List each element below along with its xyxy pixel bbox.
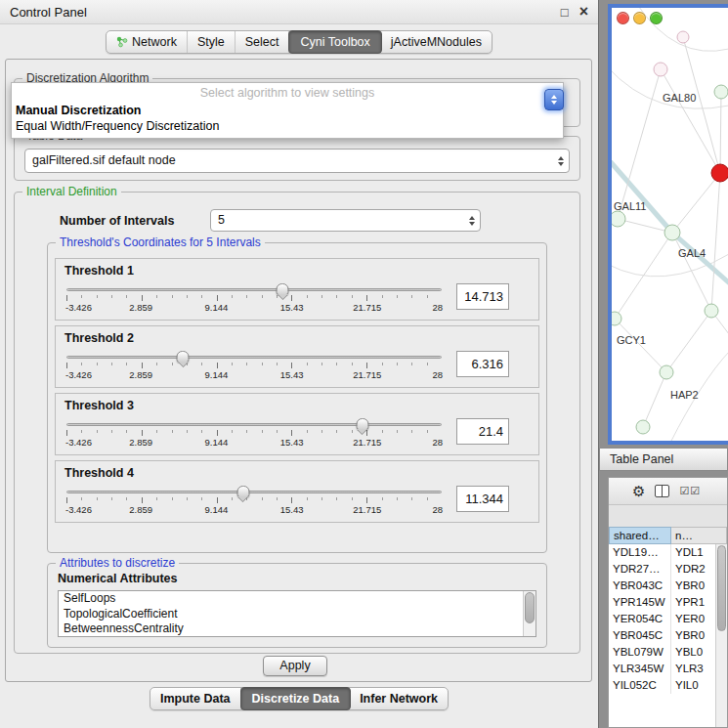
slider-ticks	[66, 497, 442, 503]
table-row[interactable]: YBL079WYBL0	[609, 644, 727, 661]
network-node-green[interactable]	[612, 211, 625, 227]
tab-label: Select	[245, 35, 279, 49]
table-row[interactable]: YER054CYER0	[609, 611, 727, 627]
tick-label: 21.715	[353, 437, 381, 448]
tab-infer-network[interactable]: Infer Network	[350, 688, 448, 709]
combo-stepper-icon[interactable]	[469, 216, 475, 226]
table-data-combo-value: galFiltered.sif default node	[25, 150, 569, 172]
table-row[interactable]: YDR27…YDR2	[609, 561, 727, 578]
tick-label: -3.426	[65, 369, 92, 380]
tick-label: 15.43	[280, 504, 304, 515]
threshold-panel: Threshold 1-3.4262.8599.14415.4321.71528…	[55, 258, 539, 321]
table-scrollbar-thumb[interactable]	[717, 545, 726, 631]
list-item[interactable]: BetweennessCentrality	[59, 621, 535, 637]
algorithm-option-manual-discretization[interactable]: Manual Discretization	[12, 103, 563, 118]
combo-stepper-icon[interactable]	[558, 156, 564, 166]
table-row[interactable]: YBR045CYBR0	[609, 627, 727, 644]
table-cell[interactable]: YDL19…	[609, 544, 671, 561]
network-node-green[interactable]	[612, 312, 621, 325]
apply-button[interactable]: Apply	[263, 656, 327, 676]
table-row[interactable]: YPR145WYPR1	[609, 594, 727, 611]
network-view-window[interactable]: GAL80GAL11GAL4GCY1HAP2	[608, 4, 728, 445]
column-header-shared[interactable]: shared…	[609, 527, 671, 544]
network-node-green[interactable]	[636, 420, 650, 434]
tab-network[interactable]: Network	[107, 31, 188, 53]
tab-style[interactable]: Style	[188, 31, 236, 53]
threshold-panel: Threshold 3-3.4262.8599.14415.4321.71528…	[55, 393, 539, 455]
tab-select[interactable]: Select	[236, 31, 290, 53]
tab-cyni-toolbox[interactable]: Cyni Toolbox	[288, 30, 381, 54]
table-row[interactable]: YIL052CYIL0	[609, 677, 727, 694]
group-title-attributes: Attributes to discretize	[56, 556, 179, 571]
threshold-value-field[interactable]: 11.344	[456, 486, 509, 512]
slider-thumb[interactable]	[236, 486, 249, 497]
threshold-value-field[interactable]: 14.713	[456, 283, 509, 310]
zoom-window-button[interactable]	[650, 12, 663, 24]
threshold-panel: Threshold 4-3.4262.8599.14415.4321.71528…	[55, 460, 539, 523]
slider-track[interactable]	[66, 491, 442, 493]
list-scrollbar-thumb[interactable]	[525, 592, 535, 623]
tab-impute-data[interactable]: Impute Data	[150, 688, 241, 709]
table-cell[interactable]: YLR345W	[609, 661, 671, 677]
table-data-combo[interactable]: galFiltered.sif default node	[24, 149, 570, 173]
network-edge	[683, 37, 720, 173]
network-node-green[interactable]	[705, 304, 718, 318]
close-window-button[interactable]	[617, 12, 629, 24]
minimize-window-button[interactable]	[633, 12, 646, 24]
threshold-slider-row: -3.4262.8599.14415.4321.715286.316	[56, 347, 538, 387]
table-cell[interactable]: YBR043C	[609, 578, 671, 594]
gear-icon[interactable]: ⚙	[632, 484, 645, 498]
tick-label: 15.43	[280, 302, 304, 313]
threshold-slider[interactable]: -3.4262.8599.14415.4321.71528	[65, 281, 443, 314]
slider-thumb[interactable]	[277, 283, 289, 295]
select-columns-icon[interactable]: ☑☑	[679, 486, 701, 496]
slider-track[interactable]	[66, 288, 442, 291]
table-cell[interactable]: YBL079W	[609, 644, 671, 661]
slider-thumb[interactable]	[356, 418, 368, 430]
table-panel-window: ⚙ ☑☑ shared…n… YDL19…YDL1YDR27…YDR2YBR04…	[608, 477, 728, 728]
network-node-pink[interactable]	[654, 63, 667, 76]
close-icon[interactable]: ×	[579, 5, 588, 19]
table-row[interactable]: YBR043CYBR0	[609, 578, 727, 594]
table-scrollbar[interactable]	[715, 544, 727, 727]
table-row[interactable]: YLR345WYLR3	[609, 661, 727, 677]
network-node-label: GCY1	[617, 334, 646, 346]
threshold-value-field[interactable]: 21.4	[456, 418, 509, 445]
float-window-icon[interactable]: □	[561, 5, 569, 20]
slider-track[interactable]	[66, 423, 442, 426]
threshold-label: Threshold 4	[56, 461, 538, 482]
table-cell[interactable]: YER054C	[609, 611, 671, 627]
table-cell[interactable]: YDR27…	[609, 561, 671, 578]
network-node-green[interactable]	[660, 365, 673, 379]
slider-track[interactable]	[66, 356, 442, 359]
table-cell[interactable]: YBR045C	[609, 627, 671, 644]
algorithm-option-equal-width-frequency-discretization[interactable]: Equal Width/Frequency Discretization	[12, 118, 563, 134]
list-scrollbar[interactable]	[523, 591, 535, 636]
tick-label: -3.426	[65, 302, 92, 313]
network-canvas[interactable]: GAL80GAL11GAL4GCY1HAP2	[612, 8, 728, 441]
list-item[interactable]: SelfLoops	[59, 591, 535, 607]
slider-thumb[interactable]	[177, 351, 190, 363]
network-node-green[interactable]	[664, 225, 680, 240]
list-item[interactable]: TopologicalCoefficient	[59, 607, 535, 622]
table-cell[interactable]: YIL052C	[609, 677, 671, 694]
table-row[interactable]: YDL19…YDL1	[609, 544, 727, 561]
numerical-attributes-list[interactable]: SelfLoopsTopologicalCoefficientBetweenne…	[58, 590, 536, 637]
network-node-pink[interactable]	[677, 31, 689, 43]
algorithm-combo-stepper[interactable]	[544, 89, 564, 110]
table-panel-titlebar: Table Panel	[599, 448, 728, 471]
tab-discretize-data[interactable]: Discretize Data	[240, 687, 352, 710]
network-node-red[interactable]	[711, 164, 728, 182]
tick-label: 21.715	[353, 504, 381, 515]
number-of-intervals-combo[interactable]: 5	[210, 209, 481, 232]
table-cell[interactable]: YPR145W	[609, 594, 671, 611]
network-node-green[interactable]	[714, 85, 728, 99]
threshold-slider[interactable]: -3.4262.8599.14415.4321.71528	[65, 349, 443, 381]
algorithm-option-list: Manual DiscretizationEqual Width/Frequen…	[12, 103, 563, 134]
threshold-slider[interactable]: -3.4262.8599.14415.4321.71528	[65, 484, 443, 516]
tab-jactivemnodules[interactable]: jActiveMNodules	[381, 31, 492, 53]
threshold-value-field[interactable]: 6.316	[456, 351, 509, 377]
column-header-n[interactable]: n…	[671, 527, 727, 544]
threshold-slider[interactable]: -3.4262.8599.14415.4321.71528	[65, 416, 443, 449]
columns-icon[interactable]	[655, 485, 669, 497]
